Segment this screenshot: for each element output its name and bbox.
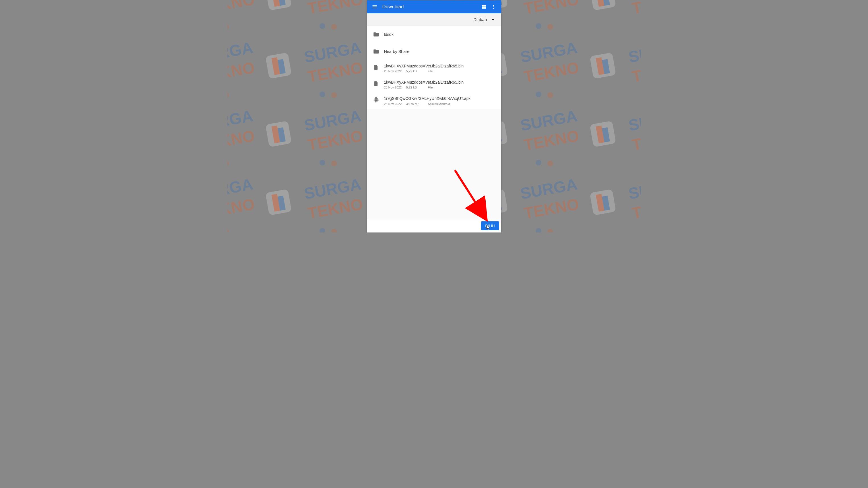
item-type: Aplikasi Android xyxy=(428,102,450,105)
view-toggle-button[interactable] xyxy=(479,2,489,12)
list-item[interactable]: ldsdk xyxy=(367,26,501,43)
item-name: 1r9gSBhQwCGKw73McHyUnXwk6r-5VxqUT.apk xyxy=(384,96,496,101)
svg-point-1 xyxy=(493,6,494,7)
list-item[interactable]: 1kwBHXyXPMuzddpsXVetJb2aiDtzafR65.bin 25… xyxy=(367,76,501,92)
android-icon xyxy=(372,96,380,104)
list-empty-area xyxy=(367,109,501,219)
file-list[interactable]: ldsdk Nearby Share 1kwBHXyXPMuzddpsXVetJ… xyxy=(367,26,501,219)
item-size: 5,72 kB xyxy=(406,86,428,89)
bottom-bar: PILIH xyxy=(367,219,501,233)
item-meta: 25 Nov 2022 5,72 kB File xyxy=(384,86,496,89)
screenshot-stage: Download Diubah xyxy=(227,0,641,233)
select-button[interactable]: PILIH xyxy=(481,221,499,230)
folder-icon xyxy=(372,48,380,56)
page-title: Download xyxy=(382,4,479,10)
item-name: ldsdk xyxy=(384,32,496,37)
more-vert-icon xyxy=(491,4,496,9)
android-file-picker-window: Download Diubah xyxy=(367,0,501,233)
list-item[interactable]: 1kwBHXyXPMuzddpsXVetJb2aiDtzafR65.bin 25… xyxy=(367,60,501,76)
folder-icon xyxy=(372,30,380,38)
item-name: Nearby Share xyxy=(384,49,496,54)
item-meta: 25 Nov 2022 38,75 MB Aplikasi Android xyxy=(384,102,496,105)
app-bar: Download xyxy=(367,0,501,13)
item-name: 1kwBHXyXPMuzddpsXVetJb2aiDtzafR65.bin xyxy=(384,80,496,85)
more-options-button[interactable] xyxy=(489,2,498,12)
list-item[interactable]: Nearby Share xyxy=(367,43,501,60)
svg-point-2 xyxy=(493,8,494,9)
svg-point-0 xyxy=(493,5,494,6)
chevron-down-icon xyxy=(490,17,496,23)
item-date: 25 Nov 2022 xyxy=(384,102,406,105)
sort-bar[interactable]: Diubah xyxy=(367,13,501,26)
menu-button[interactable] xyxy=(370,2,379,12)
item-type: File xyxy=(428,69,433,73)
item-date: 25 Nov 2022 xyxy=(384,69,406,73)
sort-label: Diubah xyxy=(473,17,487,22)
item-meta: 25 Nov 2022 5,72 kB File xyxy=(384,69,496,73)
list-item[interactable]: 1r9gSBhQwCGKw73McHyUnXwk6r-5VxqUT.apk 25… xyxy=(367,92,501,109)
item-type: File xyxy=(428,86,433,89)
item-size: 5,72 kB xyxy=(406,69,428,73)
item-name: 1kwBHXyXPMuzddpsXVetJb2aiDtzafR65.bin xyxy=(384,63,496,68)
item-size: 38,75 MB xyxy=(406,102,428,105)
hamburger-icon xyxy=(372,4,377,10)
file-icon xyxy=(372,63,380,71)
item-date: 25 Nov 2022 xyxy=(384,86,406,89)
grid-icon xyxy=(482,4,487,9)
file-icon xyxy=(372,80,380,88)
